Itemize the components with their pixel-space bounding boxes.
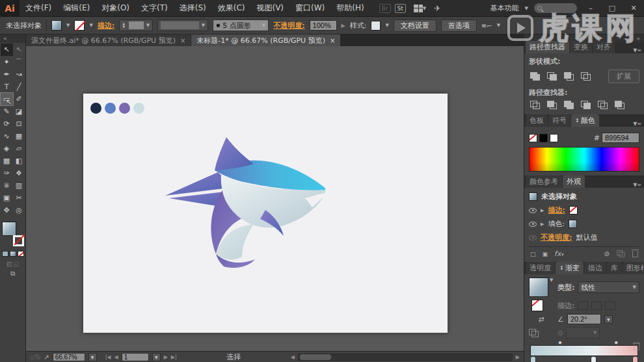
new-stroke-icon[interactable]: □	[530, 251, 536, 257]
menu-select[interactable]: 选择(S)	[174, 3, 212, 14]
menu-object[interactable]: 对象(O)	[96, 3, 135, 14]
artboard-nav-field[interactable]	[122, 353, 149, 361]
fx-icon[interactable]: fx▾	[554, 250, 563, 258]
panel-menu-icon[interactable]: ▼≡	[630, 121, 644, 127]
draw-behind-icon[interactable]: ◱	[14, 261, 20, 267]
style-swatch[interactable]	[371, 21, 381, 31]
shape-builder-tool[interactable]: ◈	[1, 142, 13, 155]
hex-field[interactable]	[602, 133, 639, 143]
none-swatch[interactable]	[529, 134, 537, 142]
minus-back-icon[interactable]	[615, 101, 624, 109]
arrange-documents-icon[interactable]	[414, 5, 423, 12]
tab-symbols[interactable]: 符号	[548, 114, 570, 127]
tab-swatches[interactable]: 色板	[526, 114, 548, 127]
trim-icon[interactable]	[547, 101, 557, 109]
stroke-along-icon[interactable]	[591, 302, 602, 310]
next-artboard-icon[interactable]: ▶	[164, 354, 168, 360]
white-swatch[interactable]	[550, 134, 558, 142]
menu-help[interactable]: 帮助(H)	[330, 3, 369, 14]
stroke-swatch[interactable]	[74, 20, 85, 31]
tab-transparency[interactable]: 透明度	[526, 262, 555, 274]
zoom-input[interactable]	[55, 354, 83, 361]
share-rocket-icon[interactable]: ✈	[434, 4, 440, 13]
minus-front-icon[interactable]	[547, 72, 557, 81]
type-tool[interactable]: T	[1, 81, 13, 93]
tab-stroke[interactable]: 描边	[584, 262, 606, 274]
gradient-bar[interactable]	[530, 345, 638, 356]
palette-dot-blue[interactable]	[105, 103, 116, 114]
expand-arrow-icon[interactable]: ▶	[541, 208, 544, 213]
arrange-documents-arrow-icon[interactable]: ▼	[423, 6, 426, 11]
variable-width-arrow-icon[interactable]: ▼	[202, 23, 205, 28]
preferences-button[interactable]: 首选项	[441, 19, 477, 32]
document-setup-button[interactable]: 文档设置	[394, 19, 436, 32]
expand-button[interactable]: 扩展	[608, 70, 639, 83]
outline-icon[interactable]	[598, 101, 608, 109]
stock-icon[interactable]: St	[395, 4, 406, 13]
visibility-eye-icon[interactable]	[529, 222, 537, 227]
brush-arrow-icon[interactable]: ▼	[262, 23, 265, 28]
pencil-tool[interactable]: ✎	[1, 105, 13, 118]
menu-file[interactable]: 文件(F)	[20, 3, 57, 14]
mesh-tool[interactable]: ▩	[1, 155, 13, 167]
stroke-color-indicator[interactable]	[13, 235, 24, 246]
exclude-icon[interactable]	[581, 72, 591, 81]
symbol-sprayer-tool[interactable]: ※	[1, 179, 13, 192]
gradient-type-dropdown[interactable]: 线性 ▼	[578, 281, 639, 293]
zoom-tool[interactable]: ◎	[13, 204, 25, 216]
perspective-grid-tool[interactable]: ▦	[13, 130, 25, 142]
appearance-stroke-link[interactable]: 描边:	[548, 205, 565, 215]
eraser-tool[interactable]: ◪	[13, 105, 25, 118]
gradient-stop-left[interactable]	[530, 356, 536, 362]
fill-swatch-arrow-icon[interactable]: ▼	[66, 23, 70, 28]
unite-icon[interactable]	[530, 72, 540, 81]
pen-tool[interactable]: ✒	[1, 68, 13, 81]
column-graph-tool[interactable]: ▥	[13, 179, 25, 192]
magic-wand-tool[interactable]: ✦	[1, 56, 13, 68]
menu-effect[interactable]: 效果(C)	[212, 3, 251, 14]
gradient-slider[interactable]: ◆ ◆	[530, 345, 638, 356]
black-swatch[interactable]	[539, 134, 548, 142]
duplicate-item-icon[interactable]	[617, 250, 625, 257]
tab-color-guide[interactable]: 颜色参考	[526, 175, 562, 188]
tab-close-icon[interactable]: ×	[330, 37, 335, 44]
slice-tool[interactable]: ✂	[13, 192, 25, 204]
gradient-stop-middle[interactable]	[591, 356, 597, 362]
eyedropper-tool[interactable]: ✑	[1, 167, 13, 179]
first-artboard-icon[interactable]: |◀	[105, 354, 111, 360]
stroke-swatch-arrow-icon[interactable]: ▼	[89, 23, 92, 28]
merge-icon[interactable]	[564, 101, 574, 109]
line-segment-tool[interactable]: ╱	[13, 81, 25, 93]
clear-appearance-icon[interactable]: ⊘	[604, 250, 610, 257]
tab-color[interactable]: ↕颜色	[571, 114, 599, 127]
bridge-icon[interactable]: Br	[379, 4, 391, 13]
stroke-across-icon[interactable]	[605, 302, 615, 310]
angle-input[interactable]	[570, 315, 598, 323]
gradient-mode-button[interactable]	[10, 251, 16, 257]
tab-appearance[interactable]: 外观	[563, 175, 585, 188]
tab-pathfinder[interactable]: 路径查找器	[526, 41, 569, 53]
hex-input[interactable]	[605, 134, 636, 142]
appearance-stroke-swatch[interactable]	[569, 206, 578, 214]
screen-mode-icon[interactable]: ⧉	[0, 270, 25, 278]
maximize-button[interactable]: □	[604, 4, 620, 12]
horizontal-scrollbar[interactable]	[298, 354, 513, 361]
intersect-icon[interactable]	[564, 72, 574, 81]
brush-definition-dropdown[interactable]: ● 5 点圆形 ▼	[213, 19, 269, 31]
search-input[interactable]	[544, 5, 570, 12]
stroke-stepper-icon[interactable]: ▲▼	[122, 22, 126, 29]
rotate-tool[interactable]: ⟳	[1, 118, 13, 130]
gradient-midpoint-icon[interactable]: ◆	[614, 340, 617, 345]
direct-selection-tool[interactable]: ↖	[13, 44, 25, 56]
scale-tool[interactable]: ▱	[13, 142, 25, 155]
zoom-field[interactable]	[53, 353, 85, 361]
style-arrow-icon[interactable]: ▼	[385, 23, 388, 28]
selection-tool[interactable]: ↖	[1, 44, 13, 56]
hand-tool[interactable]: ✥	[1, 204, 13, 216]
stroke-within-icon[interactable]	[578, 302, 588, 310]
shark-logo[interactable]	[156, 127, 325, 270]
appearance-fill-swatch[interactable]	[569, 220, 577, 228]
stroke-weight-value[interactable]	[129, 21, 144, 29]
export-icon[interactable]: ↗	[44, 354, 49, 361]
variable-width-dropdown[interactable]: ▼	[157, 19, 208, 31]
